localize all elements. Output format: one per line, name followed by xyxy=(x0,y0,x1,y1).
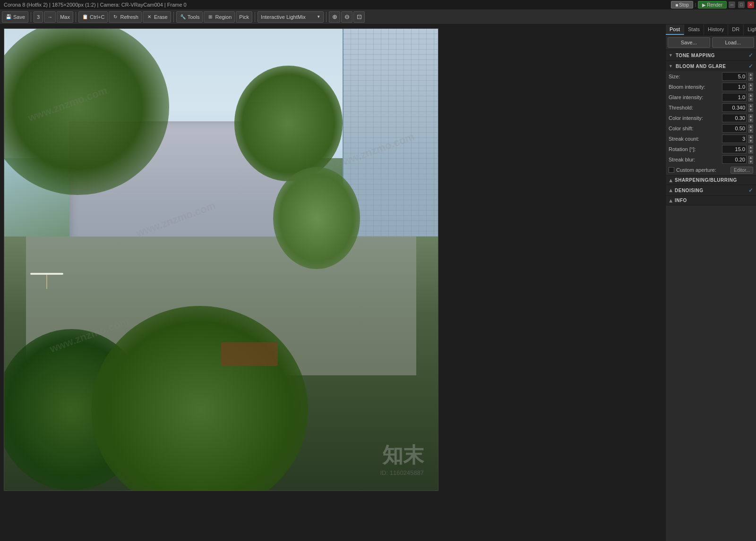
glare-intensity-value[interactable]: 1.0 xyxy=(722,93,747,101)
zoom-in-button[interactable]: ⊕ xyxy=(329,11,340,23)
color-intensity-spinners: ▲ ▼ xyxy=(748,114,753,122)
glare-intensity-down-icon[interactable]: ▼ xyxy=(748,98,753,101)
zoom-in-icon: ⊕ xyxy=(332,13,337,20)
editor-button[interactable]: Editor... xyxy=(730,167,753,174)
sharpening-header[interactable]: ▶ SHARPENING/BLURRING xyxy=(666,176,756,185)
title-bar: Corona 8 (Hotfix 2) | 1875×2000px (1:2) … xyxy=(0,0,756,9)
zoom-fit-icon: ⊡ xyxy=(357,13,362,20)
color-shift-down-icon[interactable]: ▼ xyxy=(748,129,753,133)
color-intensity-value[interactable]: 0.30 xyxy=(722,114,747,122)
prop-streak-blur: Streak blur: 0.20 ▲ ▼ xyxy=(666,154,756,165)
tone-mapping-arrow-icon: ▼ xyxy=(669,53,673,58)
streak-count-spinners: ▲ ▼ xyxy=(748,135,753,143)
refresh-button[interactable]: ↻ Refresh xyxy=(109,11,142,23)
size-value[interactable]: 5.0 xyxy=(722,72,747,81)
window-buttons[interactable]: ─ □ ✕ xyxy=(729,1,754,8)
save-button[interactable]: 💾 Save xyxy=(2,11,28,23)
bloom-intensity-spinners: ▲ ▼ xyxy=(748,83,753,91)
right-panel: Post Stats History DR LightMix Save... L… xyxy=(665,25,756,541)
color-shift-up-icon[interactable]: ▲ xyxy=(748,125,753,128)
maximize-button[interactable]: □ xyxy=(738,1,745,8)
copy-icon: 📋 xyxy=(82,14,88,20)
streak-count-value[interactable]: 3 xyxy=(722,135,747,143)
denoising-arrow-icon: ▶ xyxy=(668,189,673,192)
lightmix-dropdown[interactable]: Interactive LightMix ▼ xyxy=(258,11,324,23)
close-button[interactable]: ✕ xyxy=(747,1,754,8)
bloom-intensity-value[interactable]: 1.0 xyxy=(722,83,747,91)
tab-history[interactable]: History xyxy=(704,25,728,35)
streak-count-up-icon[interactable]: ▲ xyxy=(748,135,753,139)
max-button[interactable]: Max xyxy=(57,11,73,23)
rotation-down-icon[interactable]: ▼ xyxy=(748,150,753,153)
panel-save-button[interactable]: Save... xyxy=(668,37,710,48)
rotation-up-icon[interactable]: ▲ xyxy=(748,145,753,149)
brand-text: 知末 xyxy=(380,441,424,469)
color-intensity-down-icon[interactable]: ▼ xyxy=(748,118,753,122)
glare-intensity-up-icon[interactable]: ▲ xyxy=(748,93,753,97)
threshold-down-icon[interactable]: ▼ xyxy=(748,108,753,112)
tools-button[interactable]: 🔧 Tools xyxy=(176,11,203,23)
level-indicator[interactable]: 3 xyxy=(34,11,43,23)
streak-blur-down-icon[interactable]: ▼ xyxy=(748,160,753,164)
brand-watermark: 知末 ID: 1160245887 xyxy=(380,441,424,476)
size-up-icon[interactable]: ▲ xyxy=(748,73,753,76)
streak-blur-value[interactable]: 0.20 xyxy=(722,155,747,164)
refresh-icon: ↻ xyxy=(112,14,119,20)
tab-lightmix[interactable]: LightMix xyxy=(744,25,756,35)
threshold-spinners: ▲ ▼ xyxy=(748,104,753,112)
tab-post[interactable]: Post xyxy=(666,25,684,35)
tab-stats[interactable]: Stats xyxy=(684,25,704,35)
window-controls: ■ Stop | ▶ Render ─ □ ✕ xyxy=(669,0,756,9)
info-section: ▶ INFO xyxy=(666,196,756,205)
streak-count-down-icon[interactable]: ▼ xyxy=(748,139,753,143)
zoom-out-button[interactable]: ⊖ xyxy=(341,11,352,23)
tone-mapping-section: ▼ TONE MAPPING ✓ xyxy=(666,50,756,61)
stop-button[interactable]: ■ Stop xyxy=(671,1,693,8)
prop-rotation: Rotation [°]: 15.0 ▲ ▼ xyxy=(666,144,756,154)
color-intensity-up-icon[interactable]: ▲ xyxy=(748,114,753,118)
bloom-intensity-down-icon[interactable]: ▼ xyxy=(748,87,753,91)
size-down-icon[interactable]: ▼ xyxy=(748,77,753,81)
info-arrow-icon: ▶ xyxy=(668,199,673,202)
info-header[interactable]: ▶ INFO xyxy=(666,196,756,205)
tree-right-top xyxy=(234,66,343,181)
erase-button[interactable]: ✕ Erase xyxy=(143,11,171,23)
arrow-button[interactable]: → xyxy=(44,11,56,23)
erase-icon: ✕ xyxy=(146,14,153,20)
custom-aperture-checkbox[interactable] xyxy=(669,167,674,173)
tab-dr[interactable]: DR xyxy=(728,25,744,35)
color-shift-value[interactable]: 0.50 xyxy=(722,124,747,133)
prop-color-shift: Color shift: 0.50 ▲ ▼ xyxy=(666,123,756,134)
render-button[interactable]: ▶ Render xyxy=(698,1,727,8)
zoom-fit-button[interactable]: ⊡ xyxy=(353,11,365,23)
bloom-glare-header[interactable]: ▼ BLOOM AND GLARE ✓ xyxy=(666,61,756,71)
panel-load-button[interactable]: Load... xyxy=(712,37,755,48)
glare-intensity-spinners: ▲ ▼ xyxy=(748,93,753,101)
prop-streak-count: Streak count: 3 ▲ ▼ xyxy=(666,134,756,144)
prop-threshold: Threshold: 0.340 ▲ ▼ xyxy=(666,102,756,113)
pick-button[interactable]: Pick xyxy=(236,11,252,23)
streak-blur-spinners: ▲ ▼ xyxy=(748,156,753,164)
denoising-section: ▶ DENOISING ✓ xyxy=(666,185,756,196)
copy-button[interactable]: 📋 Ctrl+C xyxy=(78,11,108,23)
umbrella-area xyxy=(30,268,68,296)
separator-3 xyxy=(173,12,174,22)
separator-5 xyxy=(326,12,326,22)
threshold-up-icon[interactable]: ▲ xyxy=(748,104,753,108)
bloom-intensity-up-icon[interactable]: ▲ xyxy=(748,83,753,87)
minimize-button[interactable]: ─ xyxy=(729,1,735,8)
render-viewport: www.znzmo.com www.znzmo.com www.znzmo.co… xyxy=(4,28,438,491)
tone-mapping-header[interactable]: ▼ TONE MAPPING ✓ xyxy=(666,50,756,60)
streak-blur-up-icon[interactable]: ▲ xyxy=(748,156,753,160)
denoising-header[interactable]: ▶ DENOISING ✓ xyxy=(666,185,756,195)
canvas-area[interactable]: www.znzmo.com www.znzmo.com www.znzmo.co… xyxy=(0,25,665,541)
region-icon: ⊞ xyxy=(207,14,214,20)
rotation-value[interactable]: 15.0 xyxy=(722,145,747,153)
separator-1 xyxy=(31,12,31,22)
divider: | xyxy=(695,2,696,7)
threshold-value[interactable]: 0.340 xyxy=(722,103,747,112)
prop-color-intensity: Color intensity: 0.30 ▲ ▼ xyxy=(666,113,756,123)
tone-mapping-check-icon: ✓ xyxy=(748,52,753,59)
sharpening-section: ▶ SHARPENING/BLURRING xyxy=(666,176,756,185)
region-button[interactable]: ⊞ Region xyxy=(204,11,235,23)
